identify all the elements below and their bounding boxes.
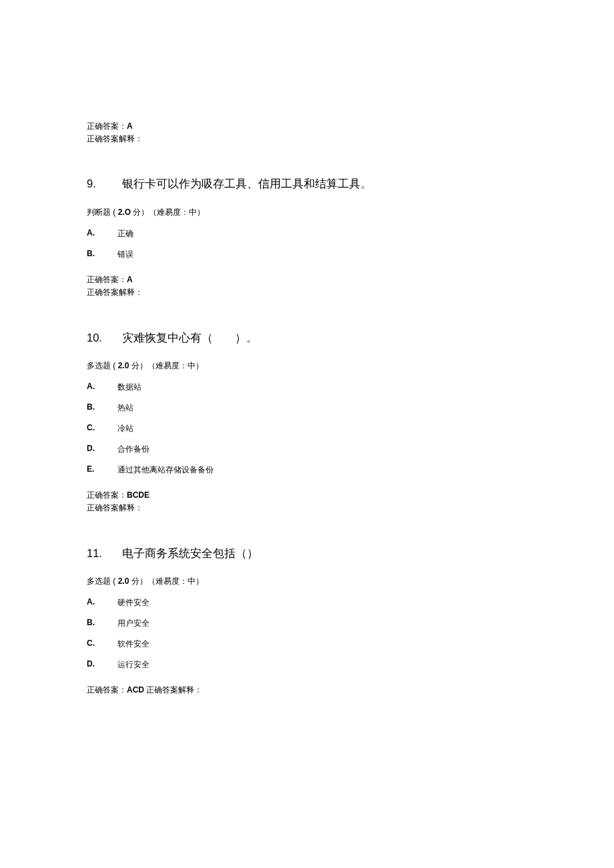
explain-prefix: 正确答案解释： xyxy=(87,288,143,297)
answer-value: A xyxy=(127,121,133,131)
answer-value: A xyxy=(127,275,133,284)
question-meta: 判断题 ( 2.O 分）（难易度：中） xyxy=(87,207,527,218)
question-11: 11. 电子商务系统安全包括（） 多选题 ( 2.0 分）（难易度：中） A. … xyxy=(87,545,527,697)
answer-block-inline: 正确答案：ACD 正确答案解释： xyxy=(87,684,527,697)
answer-prefix: 正确答案： xyxy=(87,490,127,500)
question-10: 10. 灾难恢复中心有（ ）。 多选题 ( 2.0 分）（难易度：中） A. 数… xyxy=(87,330,527,515)
option-row: B. 热站 xyxy=(87,402,527,414)
correct-answer-explain-line: 正确答案解释： xyxy=(87,133,527,145)
question-text: 灾难恢复中心有（ ）。 xyxy=(122,332,258,344)
option-text: 冷站 xyxy=(117,423,133,434)
option-letter: A. xyxy=(87,228,117,240)
option-text: 通过其他离站存储设备备份 xyxy=(117,464,214,476)
meta-suffix: 分）（难易度：中） xyxy=(131,576,204,586)
question-title: 11. 电子商务系统安全包括（） xyxy=(87,545,527,562)
option-letter: D. xyxy=(87,659,117,671)
answer-prefix: 正确答案： xyxy=(87,685,127,695)
option-text: 硬件安全 xyxy=(117,597,149,608)
question-number: 11. xyxy=(87,545,119,562)
explain-prefix-inline: 正确答案解释： xyxy=(144,685,202,695)
question-text: 电子商务系统安全包括（） xyxy=(122,547,258,559)
option-letter: C. xyxy=(87,638,117,650)
answer-prefix: 正确答案： xyxy=(87,121,127,131)
option-text: 热站 xyxy=(117,402,133,414)
question-meta: 多选题 ( 2.0 分）（难易度：中） xyxy=(87,360,527,372)
option-text: 用户安全 xyxy=(117,618,149,629)
option-letter: D. xyxy=(87,444,117,455)
question-meta: 多选题 ( 2.0 分）（难易度：中） xyxy=(87,576,527,587)
option-letter: E. xyxy=(87,464,117,476)
option-row: E. 通过其他离站存储设备备份 xyxy=(87,464,527,476)
answer-block-top: 正确答案：A 正确答案解释： xyxy=(87,120,527,145)
option-text: 错误 xyxy=(117,249,133,260)
answer-value: BCDE xyxy=(127,490,149,500)
option-row: A. 数据站 xyxy=(87,382,527,393)
answer-value: ACD xyxy=(127,685,144,695)
question-number: 9. xyxy=(87,175,119,192)
option-letter: B. xyxy=(87,402,117,414)
explain-prefix: 正确答案解释： xyxy=(87,503,143,512)
option-row: D. 合作备份 xyxy=(87,444,527,455)
question-title: 9. 银行卡可以作为吸存工具、信用工具和结算工具。 xyxy=(87,175,527,192)
question-9: 9. 银行卡可以作为吸存工具、信用工具和结算工具。 判断题 ( 2.O 分）（难… xyxy=(87,175,527,299)
meta-points: 2.O xyxy=(115,207,133,217)
question-title: 10. 灾难恢复中心有（ ）。 xyxy=(87,330,527,346)
option-letter: A. xyxy=(87,382,117,393)
options-list: A. 数据站 B. 热站 C. 冷站 D. 合作备份 E. 通过其他离站存储设备… xyxy=(87,382,527,476)
correct-answer-explain-line: 正确答案解释： xyxy=(87,286,527,299)
option-text: 运行安全 xyxy=(117,659,149,671)
option-text: 数据站 xyxy=(117,382,141,393)
meta-open: 多选题 ( xyxy=(87,361,115,370)
meta-open: 多选题 ( xyxy=(87,576,115,586)
option-letter: B. xyxy=(87,618,117,629)
option-letter: B. xyxy=(87,249,117,260)
correct-answer-line: 正确答案：A xyxy=(87,120,527,133)
question-number: 10. xyxy=(87,330,119,346)
meta-suffix: 分）（难易度：中） xyxy=(133,207,205,217)
option-text: 合作备份 xyxy=(117,444,149,455)
correct-answer-line: 正确答案：A xyxy=(87,274,527,286)
options-list: A. 正确 B. 错误 xyxy=(87,228,527,260)
option-letter: A. xyxy=(87,597,117,608)
meta-points: 2.0 xyxy=(115,576,131,586)
answer-block: 正确答案：A 正确答案解释： xyxy=(87,274,527,299)
correct-answer-line: 正确答案：BCDE xyxy=(87,489,527,502)
option-row: C. 软件安全 xyxy=(87,638,527,650)
option-row: B. 错误 xyxy=(87,249,527,260)
option-text: 软件安全 xyxy=(117,638,149,650)
option-row: C. 冷站 xyxy=(87,423,527,434)
option-row: D. 运行安全 xyxy=(87,659,527,671)
meta-open: 判断题 ( xyxy=(87,207,115,217)
option-text: 正确 xyxy=(117,228,133,240)
document-page: 正确答案：A 正确答案解释： 9. 银行卡可以作为吸存工具、信用工具和结算工具。… xyxy=(0,0,614,794)
correct-answer-explain-line: 正确答案解释： xyxy=(87,502,527,514)
option-row: A. 硬件安全 xyxy=(87,597,527,608)
option-row: A. 正确 xyxy=(87,228,527,240)
question-text: 银行卡可以作为吸存工具、信用工具和结算工具。 xyxy=(122,177,372,189)
option-row: B. 用户安全 xyxy=(87,618,527,629)
options-list: A. 硬件安全 B. 用户安全 C. 软件安全 D. 运行安全 xyxy=(87,597,527,671)
option-letter: C. xyxy=(87,423,117,434)
answer-prefix: 正确答案： xyxy=(87,275,127,284)
explain-prefix: 正确答案解释： xyxy=(87,134,143,143)
meta-points: 2.0 xyxy=(115,361,131,370)
answer-block: 正确答案：BCDE 正确答案解释： xyxy=(87,489,527,514)
meta-suffix: 分）（难易度：中） xyxy=(131,361,204,370)
